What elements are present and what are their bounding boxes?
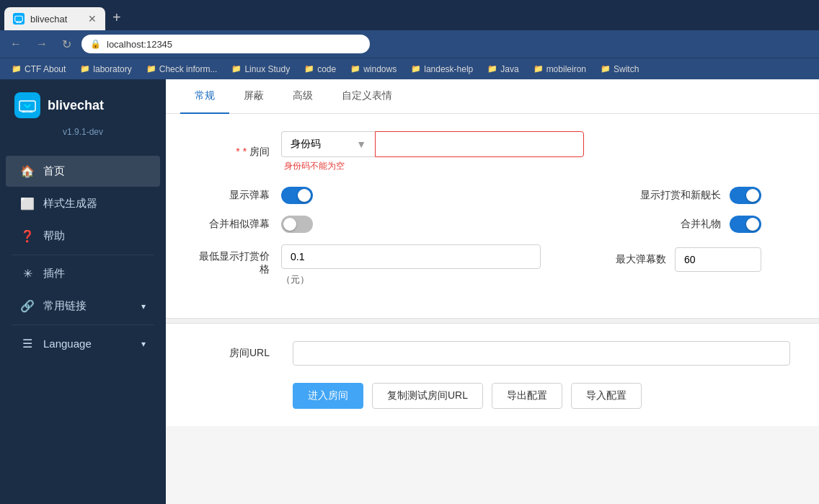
- room-url-label: 房间URL: [195, 347, 281, 360]
- merge-gifts-toggle[interactable]: [730, 216, 761, 233]
- bookmark-windows[interactable]: 📁 windows: [345, 63, 402, 76]
- sidebar-home-label: 首页: [43, 164, 65, 178]
- sidebar-version: v1.9.1-dev: [0, 127, 166, 149]
- folder-icon: 📁: [231, 64, 242, 74]
- language-chevron-icon: ▾: [141, 339, 146, 349]
- language-icon: ☰: [20, 337, 35, 350]
- room-type-select[interactable]: 身份码 ▼: [281, 131, 375, 157]
- folder-icon: 📁: [304, 64, 314, 74]
- sidebar-item-home[interactable]: 🏠 首页: [6, 156, 160, 187]
- show-danmaku-toggle[interactable]: [281, 187, 313, 204]
- nav-forward-button[interactable]: →: [32, 36, 52, 52]
- bookmark-switch[interactable]: 📁 Switch: [595, 63, 645, 76]
- browser-tab[interactable]: blivechat ✕: [4, 7, 105, 30]
- section-divider: [166, 318, 819, 324]
- folder-icon: 📁: [411, 64, 421, 74]
- sidebar-item-language[interactable]: ☰ Language ▾: [6, 328, 160, 359]
- bookmark-check-inform[interactable]: 📁 Check inform...: [141, 63, 223, 76]
- bookmark-label: laboratory: [93, 64, 131, 74]
- bookmark-label: Check inform...: [159, 64, 218, 74]
- show-gifts-label: 显示打赏和新舰长: [640, 189, 721, 202]
- sidebar-item-help[interactable]: ❓ 帮助: [6, 221, 160, 252]
- folder-icon: 📁: [487, 64, 497, 74]
- sidebar-links-label: 常用链接: [43, 299, 87, 313]
- room-input-group: 身份码 ▼ 身份码不能为空: [281, 131, 584, 172]
- lock-icon: 🔒: [90, 39, 101, 49]
- merge-similar-toggle[interactable]: [281, 216, 313, 233]
- tab-close-icon[interactable]: ✕: [88, 13, 97, 25]
- help-icon: ❓: [20, 229, 35, 243]
- address-bar: ← → ↻ 🔒 localhost:12345: [0, 30, 819, 58]
- max-danmaku-label: 最大弹幕数: [616, 253, 666, 266]
- bookmark-label: Java: [500, 64, 518, 74]
- bookmark-label: mobileiron: [546, 64, 586, 74]
- bottom-section: 房间URL 进入房间 复制测试房间URL 导出配置 导入配置: [166, 324, 819, 426]
- bookmark-ctf-about[interactable]: 📁 CTF About: [6, 63, 71, 76]
- room-error-text: 身份码不能为空: [284, 160, 584, 172]
- min-price-input[interactable]: [281, 244, 541, 269]
- address-input[interactable]: 🔒 localhost:12345: [81, 35, 370, 53]
- bookmark-label: windows: [363, 64, 397, 74]
- sidebar-language-label: Language: [43, 337, 92, 350]
- select-chevron-icon: ▼: [356, 138, 366, 150]
- room-id-input[interactable]: [375, 131, 584, 157]
- show-danmaku-row: 显示弹幕 显示打赏和新舰长: [195, 187, 790, 204]
- room-url-input[interactable]: [293, 341, 790, 366]
- room-field-group: 身份码 ▼: [281, 131, 584, 157]
- tab-custom-emoji[interactable]: 自定义表情: [327, 79, 407, 114]
- bookmarks-bar: 📁 CTF About 📁 laboratory 📁 Check inform.…: [0, 58, 819, 79]
- bookmark-linux-study[interactable]: 📁 Linux Study: [226, 63, 296, 76]
- folder-icon: 📁: [534, 64, 544, 74]
- action-buttons: 进入房间 复制测试房间URL 导出配置 导入配置: [293, 383, 790, 409]
- nav-refresh-button[interactable]: ↻: [58, 36, 76, 53]
- address-text: localhost:12345: [107, 39, 172, 50]
- bookmark-label: landesk-help: [424, 64, 473, 74]
- export-config-button[interactable]: 导出配置: [492, 383, 562, 409]
- sidebar: blivechat v1.9.1-dev 🏠 首页 ⬜ 样式生成器 ❓ 帮助: [0, 79, 166, 504]
- tab-title: blivechat: [30, 14, 82, 25]
- sidebar-item-plugins[interactable]: ✳ 插件: [6, 258, 160, 289]
- style-icon: ⬜: [20, 197, 35, 211]
- bookmark-label: code: [317, 64, 336, 74]
- sidebar-item-links[interactable]: 🔗 常用链接 ▾: [6, 291, 160, 322]
- form-section: * 房间 身份码 ▼ 身份码不能为空: [166, 114, 819, 318]
- import-config-button[interactable]: 导入配置: [571, 383, 642, 409]
- app-area: blivechat v1.9.1-dev 🏠 首页 ⬜ 样式生成器 ❓ 帮助: [0, 79, 819, 504]
- folder-icon: 📁: [601, 64, 611, 74]
- room-type-label: 身份码: [291, 138, 321, 151]
- links-chevron-icon: ▾: [141, 301, 146, 311]
- sidebar-nav: 🏠 首页 ⬜ 样式生成器 ❓ 帮助 ✳ 插件 🔗 常用: [0, 149, 166, 504]
- show-gifts-toggle[interactable]: [730, 187, 761, 204]
- bookmark-landesk-help[interactable]: 📁 landesk-help: [405, 63, 479, 76]
- copy-test-url-button[interactable]: 复制测试房间URL: [372, 383, 483, 409]
- room-row: * 房间 身份码 ▼ 身份码不能为空: [195, 131, 790, 172]
- logo-icon: [14, 92, 40, 118]
- plugins-icon: ✳: [20, 267, 35, 280]
- tab-favicon-icon: [13, 13, 25, 25]
- links-icon: 🔗: [20, 299, 35, 313]
- tab-advanced[interactable]: 高级: [278, 79, 327, 114]
- bookmark-mobileiron[interactable]: 📁 mobileiron: [528, 63, 592, 76]
- nav-divider: [12, 255, 154, 255]
- bookmark-laboratory[interactable]: 📁 laboratory: [74, 63, 137, 76]
- sidebar-style-label: 样式生成器: [43, 197, 97, 211]
- bookmark-label: CTF About: [25, 64, 66, 74]
- folder-icon: 📁: [12, 64, 22, 74]
- max-danmaku-input[interactable]: [675, 247, 761, 272]
- min-price-control: （元）: [281, 244, 541, 286]
- bookmark-java[interactable]: 📁 Java: [482, 63, 524, 76]
- room-url-row: 房间URL: [195, 341, 790, 366]
- sidebar-item-style[interactable]: ⬜ 样式生成器: [6, 188, 160, 219]
- bookmark-label: Linux Study: [244, 64, 290, 74]
- enter-room-button[interactable]: 进入房间: [293, 383, 363, 409]
- sidebar-help-label: 帮助: [43, 229, 65, 243]
- tab-normal[interactable]: 常规: [180, 79, 229, 114]
- merge-similar-row: 合并相似弹幕 合并礼物: [195, 216, 790, 233]
- settings-tab-nav: 常规 屏蔽 高级 自定义表情: [166, 79, 819, 114]
- folder-icon: 📁: [146, 64, 156, 74]
- svg-rect-0: [15, 16, 23, 22]
- bookmark-code[interactable]: 📁 code: [298, 63, 342, 76]
- new-tab-button[interactable]: +: [105, 6, 128, 29]
- tab-shield[interactable]: 屏蔽: [229, 79, 278, 114]
- nav-back-button[interactable]: ←: [6, 36, 26, 52]
